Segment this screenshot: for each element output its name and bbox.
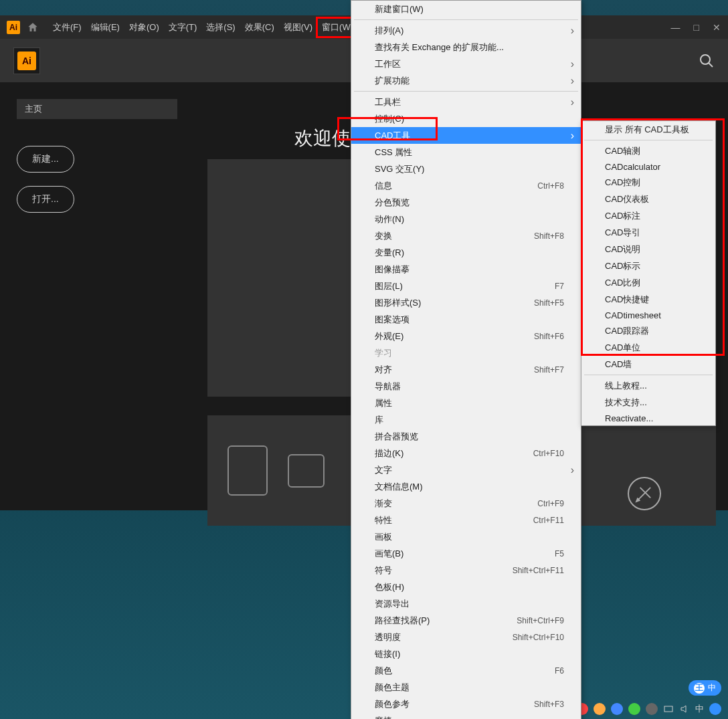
menu-item[interactable]: 画笔(B)F5 [351, 545, 581, 562]
menu-item[interactable]: 链接(I) [351, 645, 581, 662]
submenu-item[interactable]: 线上教程... [581, 377, 715, 394]
menu-item[interactable]: 文档信息(M) [351, 478, 581, 495]
submenu-item[interactable]: CAD导引 [581, 224, 715, 241]
menu-item: 学习 [351, 344, 581, 361]
submenu-item[interactable]: CAD说明 [581, 241, 715, 258]
menu-item[interactable]: 魔棒 [351, 712, 581, 719]
menu-item[interactable]: 查找有关 Exchange 的扩展功能... [351, 39, 581, 56]
menu-item[interactable]: 扩展功能 [351, 72, 581, 89]
menu-object[interactable]: 对象(O) [125, 19, 163, 36]
menu-item[interactable]: 拼合器预览 [351, 428, 581, 445]
submenu-item[interactable]: CAD轴测 [581, 142, 715, 159]
minimize-button[interactable]: — [667, 22, 685, 33]
menu-bar: 文件(F) 编辑(E) 对象(O) 文字(T) 选择(S) 效果(C) 视图(V… [49, 19, 357, 36]
tray-icon[interactable] [646, 703, 658, 715]
cad-tools-submenu: 显示 所有 CAD工具板CAD轴测CADcalculatorCAD控制CAD仪表… [581, 120, 716, 426]
preset-icon[interactable] [288, 454, 325, 488]
menu-item[interactable]: 图案选项 [351, 311, 581, 328]
menu-item[interactable]: 导航器 [351, 378, 581, 395]
menu-item[interactable]: 新建窗口(W) [351, 1, 581, 17]
menu-item[interactable]: 资源导出 [351, 595, 581, 612]
svg-point-0 [701, 55, 710, 64]
menu-item[interactable]: 属性 [351, 395, 581, 411]
svg-rect-7 [664, 706, 672, 712]
menu-select[interactable]: 选择(S) [202, 19, 239, 36]
menu-file[interactable]: 文件(F) [49, 19, 86, 36]
menu-item[interactable]: 工具栏 [351, 94, 581, 110]
submenu-item[interactable]: Reactivate... [581, 411, 715, 425]
menu-item[interactable]: 排列(A) [351, 22, 581, 39]
page-title-input[interactable] [17, 99, 177, 119]
menu-item[interactable]: 符号Shift+Ctrl+F11 [351, 562, 581, 579]
window-menu-dropdown: 新建窗口(W)排列(A)查找有关 Exchange 的扩展功能...工作区扩展功… [351, 0, 581, 719]
menu-item[interactable]: 变换Shift+F8 [351, 227, 581, 244]
app-logo-big: Ai [13, 47, 40, 74]
menu-item[interactable]: 控制(C) [351, 110, 581, 127]
submenu-item[interactable]: CAD比例 [581, 274, 715, 291]
menu-item[interactable]: 工作区 [351, 56, 581, 72]
maximize-button[interactable]: □ [690, 22, 703, 33]
menu-effect[interactable]: 效果(C) [241, 19, 278, 36]
open-button[interactable]: 打开... [17, 186, 74, 213]
menu-item[interactable]: 信息Ctrl+F8 [351, 177, 581, 194]
submenu-item[interactable]: CAD快捷键 [581, 291, 715, 308]
submenu-item[interactable]: CAD墙 [581, 356, 715, 373]
tray-icon[interactable] [611, 703, 623, 715]
submenu-item[interactable]: CAD控制 [581, 174, 715, 191]
menu-item[interactable]: 颜色参考Shift+F3 [351, 696, 581, 712]
menu-edit[interactable]: 编辑(E) [87, 19, 124, 36]
menu-item[interactable]: 路径查找器(P)Shift+Ctrl+F9 [351, 612, 581, 629]
submenu-item[interactable]: CAD标示 [581, 258, 715, 274]
submenu-item[interactable]: CADtimesheet [581, 308, 715, 322]
tools-circle-icon[interactable] [628, 477, 661, 510]
menu-item[interactable]: 分色预览 [351, 194, 581, 211]
tray-icon[interactable] [663, 704, 674, 714]
submenu-item[interactable]: CADcalculator [581, 159, 715, 174]
tray-icon[interactable] [628, 703, 640, 715]
tray-icon[interactable] [709, 703, 721, 715]
ime-indicator[interactable]: 中 [695, 703, 704, 715]
submenu-item[interactable]: CAD单位 [581, 339, 715, 356]
volume-icon[interactable] [679, 704, 690, 714]
menu-item[interactable]: SVG 交互(Y) [351, 161, 581, 177]
close-button[interactable]: ✕ [709, 22, 725, 33]
app-logo-icon: Ai [7, 21, 20, 34]
submenu-item[interactable]: 显示 所有 CAD工具板 [581, 121, 715, 138]
submenu-item[interactable]: 技术支持... [581, 394, 715, 411]
menu-item[interactable]: 文字 [351, 461, 581, 478]
menu-item[interactable]: 特性Ctrl+F11 [351, 512, 581, 528]
menu-item[interactable]: 库 [351, 411, 581, 428]
menu-item[interactable]: 画板 [351, 528, 581, 545]
menu-item[interactable]: 变量(R) [351, 244, 581, 261]
welcome-heading: 欢迎使 [294, 126, 351, 151]
preset-icon[interactable] [227, 445, 268, 496]
menu-item[interactable]: 色板(H) [351, 579, 581, 595]
menu-item[interactable]: 描边(K)Ctrl+F10 [351, 445, 581, 461]
ime-badge[interactable]: 王 中 [689, 680, 721, 696]
menu-item[interactable]: 图形样式(S)Shift+F5 [351, 294, 581, 311]
menu-item[interactable]: 动作(N) [351, 211, 581, 227]
menu-item[interactable]: 对齐Shift+F7 [351, 361, 581, 378]
menu-item[interactable]: 图层(L)F7 [351, 278, 581, 294]
menu-item[interactable]: 透明度Shift+Ctrl+F10 [351, 629, 581, 645]
menu-item[interactable]: 图像描摹 [351, 261, 581, 278]
svg-line-1 [709, 63, 713, 67]
menu-type[interactable]: 文字(T) [165, 19, 201, 36]
search-icon[interactable] [699, 53, 715, 69]
submenu-item[interactable]: CAD仪表板 [581, 191, 715, 207]
svg-line-5 [638, 488, 650, 500]
menu-item[interactable]: 颜色主题 [351, 679, 581, 696]
menu-item[interactable]: CSS 属性 [351, 144, 581, 161]
window-controls: — □ ✕ [667, 22, 725, 33]
menu-item[interactable]: 颜色F6 [351, 662, 581, 679]
tray-icon[interactable] [594, 703, 606, 715]
submenu-item[interactable]: CAD标注 [581, 207, 715, 224]
menu-view[interactable]: 视图(V) [280, 19, 316, 36]
submenu-item[interactable]: CAD跟踪器 [581, 322, 715, 339]
menu-item[interactable]: CAD工具 [351, 127, 581, 144]
home-icon[interactable] [27, 21, 39, 33]
system-tray: 中 [569, 699, 728, 719]
menu-item[interactable]: 外观(E)Shift+F6 [351, 328, 581, 344]
menu-item[interactable]: 渐变Ctrl+F9 [351, 495, 581, 512]
new-button[interactable]: 新建... [17, 146, 74, 173]
